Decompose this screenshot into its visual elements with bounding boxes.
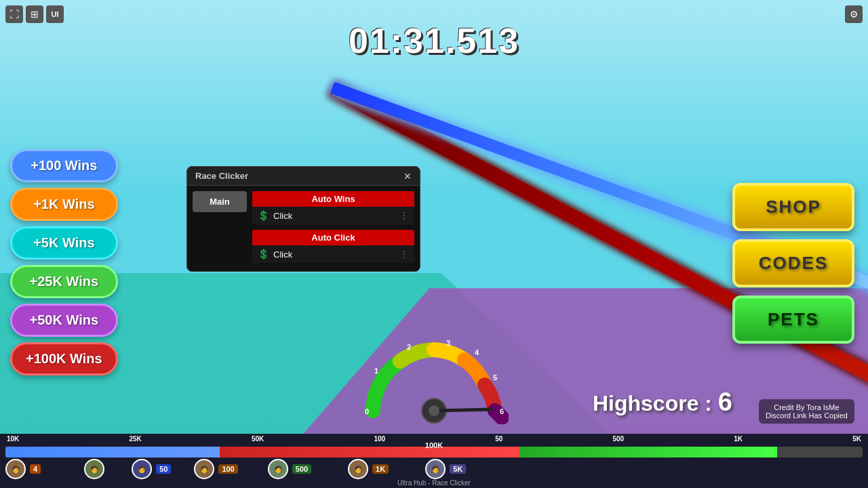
auto-click-label: Auto Click — [252, 230, 414, 245]
bottom-bar-label: Ultra Hub - Race Clicker — [397, 479, 471, 487]
avatar-badge-1: 4 — [30, 464, 41, 474]
auto-wins-label: Auto Wins — [252, 191, 414, 207]
avatar-2: 🧑 — [84, 459, 104, 479]
auto-click-group: Auto Click 💲 Click ⋮ — [252, 230, 414, 263]
blue-fill — [5, 447, 220, 458]
dialog-titlebar: Race Clicker ✕ — [187, 167, 420, 186]
dialog-body: Main Auto Wins 💲 Click ⋮ Auto Click 💲 Cl… — [187, 186, 420, 271]
win-1k-button[interactable]: +1K Wins — [10, 188, 118, 221]
dialog-main-tab[interactable]: Main — [193, 191, 247, 212]
svg-line-1 — [434, 409, 492, 411]
highscore-label: Highscore : — [593, 391, 712, 415]
avatar-group-7: 🧑 5K — [425, 459, 469, 479]
milestone-500: 500 — [612, 435, 624, 443]
red-fill — [220, 447, 519, 458]
milestone-25k: 25K — [129, 435, 141, 443]
auto-wins-click-label: Click — [273, 211, 395, 221]
icon-ui[interactable]: UI — [46, 5, 64, 23]
svg-point-2 — [429, 405, 439, 416]
codes-button[interactable]: CODES — [732, 239, 854, 287]
top-left-icons: ⛶ ⊞ UI — [5, 5, 64, 23]
auto-click-icon: 💲 — [258, 249, 269, 260]
auto-wins-click-row: 💲 Click ⋮ — [252, 207, 414, 224]
credit-box: Credit By Tora IsMe Discord Link Has Cop… — [759, 399, 854, 424]
auto-wins-icon: 💲 — [258, 210, 269, 221]
avatar-group-3: 🧑 50 — [132, 459, 174, 479]
avatar-group-4: 🧑 100 — [194, 459, 240, 479]
avatar-4: 🧑 — [194, 459, 214, 479]
dialog-sidebar: Main — [193, 191, 247, 266]
svg-text:3: 3 — [446, 339, 450, 347]
dialog-close-button[interactable]: ✕ — [403, 171, 412, 181]
speedometer-svg: 0 1 2 3 4 5 6 — [359, 336, 509, 424]
win-buttons-panel: +100 Wins +1K Wins +5K Wins +25K Wins +5… — [10, 149, 118, 375]
race-clicker-dialog: Race Clicker ✕ Main Auto Wins 💲 Click ⋮ … — [186, 166, 420, 272]
avatar-group-1: 🧑 4 — [5, 459, 43, 479]
dialog-title: Race Clicker — [195, 171, 248, 181]
svg-text:0: 0 — [365, 407, 369, 415]
credit-line1: Credit By Tora IsMe — [766, 403, 848, 411]
win-100k-button[interactable]: +100K Wins — [10, 342, 118, 375]
milestone-5k: 5K — [852, 435, 861, 443]
speed-label: 100K — [425, 441, 443, 449]
auto-click-click-row: 💲 Click ⋮ — [252, 245, 414, 263]
avatar-badge-5: 500 — [292, 464, 311, 474]
auto-click-dots[interactable]: ⋮ — [399, 249, 409, 260]
win-50k-button[interactable]: +50K Wins — [10, 304, 118, 337]
avatar-badge-3: 50 — [156, 464, 171, 474]
shop-button[interactable]: SHOP — [732, 183, 854, 231]
avatar-badge-4: 100 — [218, 464, 237, 474]
avatar-3: 🧑 — [132, 459, 152, 479]
svg-text:2: 2 — [407, 343, 411, 351]
pets-button[interactable]: PETS — [732, 296, 854, 344]
milestone-10k: 10K — [7, 435, 19, 443]
avatar-1: 🧑 — [5, 459, 26, 479]
milestone-100: 100 — [374, 435, 385, 443]
avatar-6: 🧑 — [348, 459, 368, 479]
win-100-button[interactable]: +100 Wins — [10, 149, 118, 182]
avatar-5: 🧑 — [268, 459, 288, 479]
avatar-7: 🧑 — [425, 459, 446, 479]
milestone-50k: 50K — [252, 435, 264, 443]
avatar-row: 🧑 4 🧑 🧑 50 🧑 100 🧑 500 🧑 1K 🧑 5K — [0, 458, 868, 481]
avatar-badge-7: 5K — [450, 464, 466, 474]
dialog-content: Auto Wins 💲 Click ⋮ Auto Click 💲 Click ⋮ — [252, 191, 414, 266]
avatar-group-2: 🧑 — [84, 459, 104, 479]
win-25k-button[interactable]: +25K Wins — [10, 265, 118, 298]
auto-click-click-label: Click — [273, 249, 395, 260]
speedometer: 0 1 2 3 4 5 6 — [359, 336, 509, 427]
svg-text:5: 5 — [493, 373, 497, 382]
svg-text:6: 6 — [500, 407, 504, 415]
milestone-50: 50 — [495, 435, 502, 443]
auto-wins-group: Auto Wins 💲 Click ⋮ — [252, 191, 414, 224]
auto-wins-dots[interactable]: ⋮ — [399, 210, 409, 221]
milestone-1k: 1K — [734, 435, 743, 443]
game-timer: 01:31.513 — [349, 20, 519, 61]
avatar-group-5: 🧑 500 — [268, 459, 314, 479]
highscore-value: 6 — [718, 388, 732, 416]
highscore-display: Highscore : 6 — [593, 388, 732, 417]
icon-grid[interactable]: ⊞ — [26, 5, 43, 23]
settings-icon[interactable]: ⚙ — [845, 5, 863, 23]
icon-screen[interactable]: ⛶ — [5, 5, 23, 23]
svg-text:1: 1 — [374, 367, 378, 375]
avatar-badge-6: 1K — [372, 464, 389, 474]
avatar-group-6: 🧑 1K — [348, 459, 391, 479]
win-5k-button[interactable]: +5K Wins — [10, 226, 118, 260]
right-buttons-panel: SHOP CODES PETS — [732, 183, 854, 344]
svg-text:4: 4 — [475, 348, 479, 357]
credit-line2: Discord Link Has Copied — [766, 411, 848, 420]
green-fill — [519, 447, 776, 458]
